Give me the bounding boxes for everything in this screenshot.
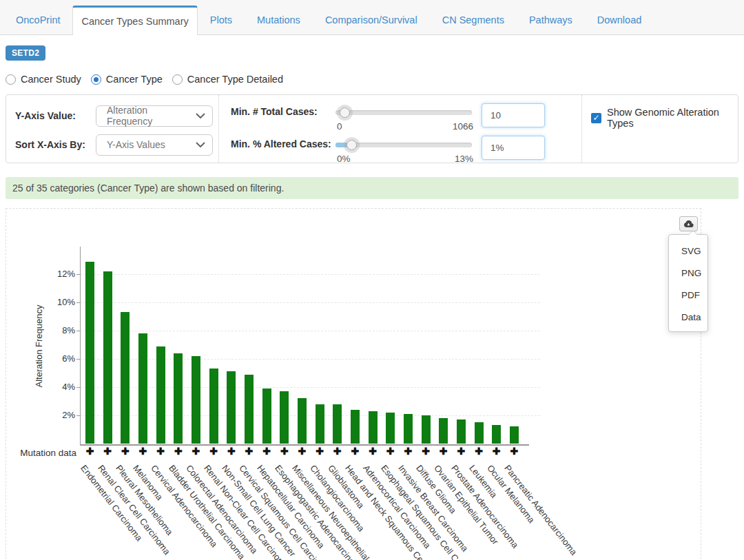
mutation-data-plus-icon: ✚ xyxy=(261,446,272,457)
download-menu-item-svg[interactable]: SVG xyxy=(669,240,707,262)
y-tick-label: 2% xyxy=(46,410,75,420)
checkbox-checked-icon[interactable]: ✓ xyxy=(591,113,601,123)
mutation-data-plus-icon: ✚ xyxy=(226,446,237,457)
mutation-data-plus-icon: ✚ xyxy=(155,446,166,457)
bar-leukemia[interactable] xyxy=(475,422,484,444)
tab-cancer-types-summary[interactable]: Cancer Types Summary xyxy=(72,6,197,35)
bar-hepatocellular-carcinoma[interactable] xyxy=(262,388,271,444)
bar-invasive-breast-carcinoma[interactable] xyxy=(404,414,413,444)
tab-cn-segments[interactable]: CN Segments xyxy=(430,6,517,34)
sort-x-axis-select[interactable]: Y-Axis Values xyxy=(96,134,213,156)
bar-esophageal-squamous-cell-carcinoma[interactable] xyxy=(386,413,395,444)
tab-plots[interactable]: Plots xyxy=(198,6,245,34)
radio-label: Cancer Study xyxy=(21,74,81,85)
bar-melanoma[interactable] xyxy=(138,333,147,444)
chevron-down-icon xyxy=(196,142,205,147)
y-axis-value-selected: Alteration Frequency xyxy=(107,105,196,127)
min-altered-cases-slider-thumb[interactable] xyxy=(347,140,357,150)
download-menu-item-pdf[interactable]: PDF xyxy=(669,284,707,307)
filter-status-banner: 25 of 35 categories (Cancer Type) are sh… xyxy=(6,177,738,199)
bar-non-small-cell-lung-cancer[interactable] xyxy=(227,371,236,444)
min-total-cases-slider-thumb[interactable] xyxy=(340,107,350,118)
download-menu-item-png[interactable]: PNG xyxy=(669,262,707,284)
min-total-cases-slider: 0 1066 xyxy=(335,103,472,131)
radio-label: Cancer Type Detailed xyxy=(187,74,283,85)
radio-unselected-icon[interactable] xyxy=(172,74,183,85)
mutation-data-plus-icon: ✚ xyxy=(279,446,290,457)
download-menu: SVGPNGPDFData xyxy=(668,234,708,332)
bar-renal-clear-cell-carcinoma[interactable] xyxy=(103,271,112,444)
gridline-10% xyxy=(80,302,540,303)
bar-esophagogastric-adenocarcinoma[interactable] xyxy=(280,391,289,444)
min-altered-cases-max: 13% xyxy=(455,154,473,164)
bar-diffuse-glioma[interactable] xyxy=(422,415,431,444)
bar-adrenocortical-carcinoma[interactable] xyxy=(369,411,378,444)
min-total-cases-input[interactable] xyxy=(482,103,545,127)
mutation-data-plus-icon: ✚ xyxy=(402,446,413,457)
mutation-data-plus-icon: ✚ xyxy=(102,446,113,457)
y-tick-label: 6% xyxy=(46,353,75,364)
mutation-data-plus-icon: ✚ xyxy=(332,446,343,457)
radio-selected-icon[interactable] xyxy=(91,74,101,85)
radio-cancer-study[interactable]: Cancer Study xyxy=(6,74,81,85)
bar-glioblastoma[interactable] xyxy=(333,404,342,444)
bar-prostate-adenocarcinoma[interactable] xyxy=(457,419,466,444)
tab-mutations[interactable]: Mutations xyxy=(245,6,313,34)
options-section: ✓ Show Genomic Alteration Types xyxy=(581,95,738,163)
y-axis-value-label: Y-Axis Value: xyxy=(15,110,96,121)
sort-x-axis-label: Sort X-Axis By: xyxy=(15,139,96,150)
bar-pancreatic-adenocarcinoma[interactable] xyxy=(510,426,519,444)
min-altered-cases-input[interactable] xyxy=(482,136,545,160)
min-altered-cases-min: 0% xyxy=(337,154,351,164)
radio-cancer-type[interactable]: Cancer Type xyxy=(91,74,163,85)
radio-cancer-type-detailed[interactable]: Cancer Type Detailed xyxy=(172,74,283,85)
y-axis-value-select[interactable]: Alteration Frequency xyxy=(96,105,213,127)
mutation-data-plus-icon: ✚ xyxy=(173,446,184,457)
mutation-data-plus-icon: ✚ xyxy=(120,446,131,457)
mutation-data-plus-icon: ✚ xyxy=(385,446,396,457)
cloud-download-icon xyxy=(683,219,694,229)
mutation-data-plus-icon: ✚ xyxy=(508,446,519,457)
mutation-data-plus-icon: ✚ xyxy=(314,446,325,457)
tab-comparison-survival[interactable]: Comparison/Survival xyxy=(313,6,430,34)
axis-controls-section: Y-Axis Value: Alteration Frequency Sort … xyxy=(6,95,218,163)
bar-chart: 2%4%6%8%10%12%Alteration Frequency✚Endom… xyxy=(6,209,701,560)
radio-unselected-icon[interactable] xyxy=(6,74,16,85)
y-tick-label: 10% xyxy=(46,297,75,307)
mutation-data-plus-icon: ✚ xyxy=(208,446,219,457)
mutation-data-plus-icon: ✚ xyxy=(296,446,307,457)
y-axis-line xyxy=(80,247,81,444)
mutation-data-plus-icon: ✚ xyxy=(243,446,254,457)
tab-oncoprint[interactable]: OncoPrint xyxy=(3,6,72,34)
y-tick-label: 12% xyxy=(46,269,75,279)
bar-pleural-mesothelioma[interactable] xyxy=(121,312,130,444)
bar-bladder-urothelial-carcinoma[interactable] xyxy=(174,353,183,444)
bar-cervical-adenocarcinoma[interactable] xyxy=(156,346,165,444)
mutation-data-plus-icon: ✚ xyxy=(473,446,484,457)
bar-endometrial-carcinoma[interactable] xyxy=(85,262,94,444)
bar-colorectal-adenocarcinoma[interactable] xyxy=(192,356,200,444)
bar-cholangiocarcinoma[interactable] xyxy=(316,404,324,444)
gridline-4% xyxy=(80,387,540,388)
tab-pathways[interactable]: Pathways xyxy=(517,6,585,34)
mutation-data-plus-icon: ✚ xyxy=(420,446,431,457)
min-total-cases-slider-track[interactable] xyxy=(335,110,472,115)
download-menu-item-data[interactable]: Data xyxy=(669,307,707,329)
min-total-cases-min: 0 xyxy=(337,121,342,132)
bar-miscellaneous-neuroepithelial-tumor[interactable] xyxy=(298,398,307,444)
bar-renal-non-clear-cell-carcinoma[interactable] xyxy=(209,369,218,444)
chevron-down-icon xyxy=(196,113,205,118)
download-chart-button[interactable] xyxy=(679,216,698,231)
mutation-data-plus-icon: ✚ xyxy=(85,446,96,457)
bar-cervical-squamous-cell-carcinoma[interactable] xyxy=(245,375,254,444)
y-axis-title: Alteration Frequency xyxy=(34,291,44,402)
tab-download[interactable]: Download xyxy=(585,6,654,34)
gene-badge[interactable]: SETD2 xyxy=(6,45,45,61)
mutation-data-plus-icon: ✚ xyxy=(438,446,449,457)
show-genomic-alteration-types-option[interactable]: ✓ Show Genomic Alteration Types xyxy=(591,107,738,129)
bar-head-and-neck-squamous-cell-carcinoma[interactable] xyxy=(351,410,360,444)
filter-controls-section: Min. # Total Cases: 0 1066 Min. % Altere… xyxy=(218,95,581,163)
bar-ocular-melanoma[interactable] xyxy=(492,425,501,444)
tab-bar: OncoPrintCancer Types SummaryPlotsMutati… xyxy=(0,0,744,35)
bar-ovarian-epithelial-tumor[interactable] xyxy=(439,418,448,444)
